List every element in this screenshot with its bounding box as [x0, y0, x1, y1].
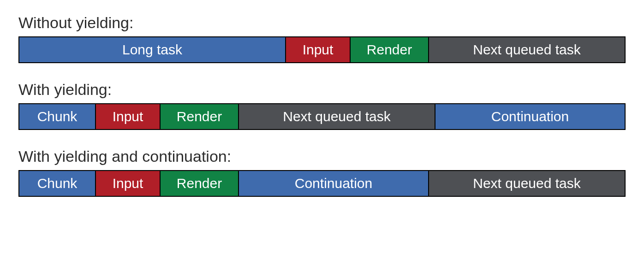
segment: Chunk — [18, 103, 96, 130]
segment: Long task — [18, 36, 286, 63]
segment: Render — [161, 170, 239, 197]
segment: Continuation — [239, 170, 429, 197]
timeline-bar: Long taskInputRenderNext queued task — [18, 36, 626, 63]
section-title: Without yielding: — [18, 14, 626, 32]
segment: Continuation — [435, 103, 626, 130]
segment: Next queued task — [239, 103, 435, 130]
section: With yielding and continuation:ChunkInpu… — [18, 147, 626, 197]
segment: Input — [96, 170, 161, 197]
segment: Next queued task — [429, 36, 626, 63]
segment: Chunk — [18, 170, 96, 197]
section: Without yielding:Long taskInputRenderNex… — [18, 14, 626, 63]
section-title: With yielding: — [18, 81, 626, 99]
segment: Input — [96, 103, 161, 130]
diagram-root: Without yielding:Long taskInputRenderNex… — [18, 14, 626, 197]
timeline-bar: ChunkInputRenderNext queued taskContinua… — [18, 103, 626, 130]
segment: Next queued task — [429, 170, 626, 197]
segment: Render — [351, 36, 429, 63]
timeline-bar: ChunkInputRenderContinuationNext queued … — [18, 170, 626, 197]
segment: Render — [161, 103, 239, 130]
section-title: With yielding and continuation: — [18, 147, 626, 165]
section: With yielding:ChunkInputRenderNext queue… — [18, 81, 626, 130]
segment: Input — [286, 36, 351, 63]
